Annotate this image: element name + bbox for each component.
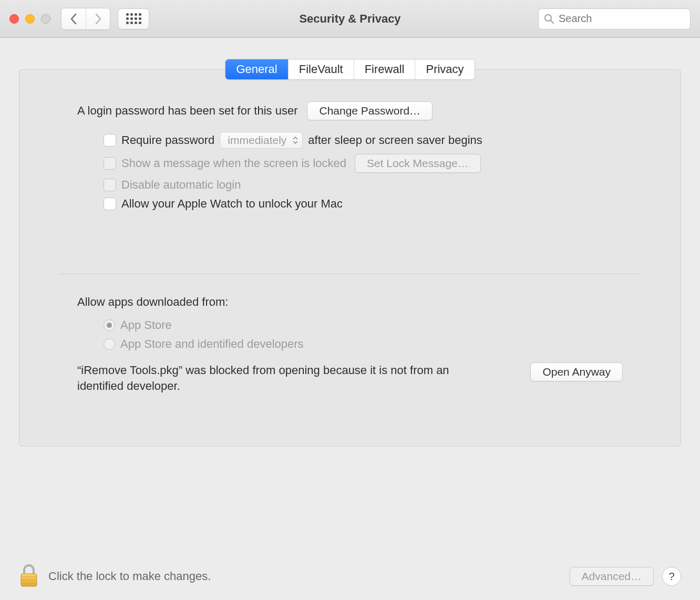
set-lock-message-button: Set Lock Message… bbox=[355, 154, 481, 173]
help-button[interactable]: ? bbox=[662, 567, 681, 586]
search-field-wrap[interactable] bbox=[538, 8, 691, 29]
window-title: Security & Privacy bbox=[299, 12, 400, 26]
show-all-prefs-button[interactable] bbox=[118, 8, 149, 29]
content: General FileVault Firewall Privacy A log… bbox=[0, 38, 700, 553]
traffic-lights bbox=[9, 14, 50, 24]
chevron-right-icon bbox=[95, 13, 102, 25]
svg-line-1 bbox=[551, 20, 553, 23]
fullscreen-window-button[interactable] bbox=[41, 14, 50, 24]
bottom-bar: Click the lock to make changes. Advanced… bbox=[0, 553, 700, 600]
advanced-button: Advanced… bbox=[570, 567, 654, 586]
login-password-label: A login password has been set for this u… bbox=[77, 104, 297, 118]
show-lock-message-checkbox bbox=[104, 157, 116, 170]
back-button[interactable] bbox=[61, 8, 86, 29]
show-lock-message-row: Show a message when the screen is locked… bbox=[104, 154, 623, 173]
disable-auto-login-checkbox bbox=[104, 179, 116, 191]
general-panel: A login password has been set for this u… bbox=[19, 69, 681, 447]
blocked-app-message: “iRemove Tools.pkg” was blocked from ope… bbox=[77, 363, 456, 394]
require-password-delay-select[interactable]: immediately bbox=[220, 132, 303, 149]
panel-divider bbox=[59, 274, 641, 274]
radio-app-store bbox=[104, 319, 115, 331]
tab-privacy[interactable]: Privacy bbox=[415, 59, 474, 79]
blocked-app-row: “iRemove Tools.pkg” was blocked from ope… bbox=[77, 363, 623, 394]
require-password-row: Require password immediately after sleep… bbox=[104, 132, 623, 149]
minimize-window-button[interactable] bbox=[25, 14, 35, 24]
apple-watch-unlock-label: Allow your Apple Watch to unlock your Ma… bbox=[121, 197, 343, 211]
disable-auto-login-label: Disable automatic login bbox=[121, 178, 241, 192]
apple-watch-unlock-row: Allow your Apple Watch to unlock your Ma… bbox=[104, 197, 623, 211]
radio-app-store-dev-row: App Store and identified developers bbox=[104, 337, 623, 351]
allow-apps-title: Allow apps downloaded from: bbox=[77, 295, 623, 309]
radio-app-store-and-dev bbox=[104, 338, 115, 350]
change-password-button[interactable]: Change Password… bbox=[307, 101, 433, 120]
require-password-checkbox[interactable] bbox=[104, 134, 116, 147]
require-password-label: Require password bbox=[121, 133, 214, 147]
lock-text: Click the lock to make changes. bbox=[48, 570, 211, 583]
radio-app-store-row: App Store bbox=[104, 318, 623, 332]
select-arrows-icon bbox=[293, 136, 298, 144]
grid-icon bbox=[126, 13, 141, 24]
tab-general[interactable]: General bbox=[225, 59, 287, 79]
window: Security & Privacy General FileVault Fir… bbox=[0, 0, 700, 600]
require-password-suffix: after sleep or screen saver begins bbox=[308, 133, 482, 147]
tab-filevault[interactable]: FileVault bbox=[288, 59, 354, 79]
nav-group bbox=[61, 8, 110, 30]
open-anyway-button[interactable]: Open Anyway bbox=[530, 363, 623, 381]
lock-icon[interactable] bbox=[19, 563, 39, 589]
show-lock-message-label: Show a message when the screen is locked bbox=[121, 157, 346, 170]
search-input[interactable] bbox=[559, 13, 685, 25]
forward-button[interactable] bbox=[86, 8, 110, 29]
disable-auto-login-row: Disable automatic login bbox=[104, 178, 623, 192]
titlebar: Security & Privacy bbox=[0, 0, 700, 38]
radio-app-store-and-dev-label: App Store and identified developers bbox=[120, 337, 304, 351]
close-window-button[interactable] bbox=[9, 14, 19, 24]
apple-watch-unlock-checkbox[interactable] bbox=[104, 198, 116, 210]
login-password-row: A login password has been set for this u… bbox=[77, 101, 623, 120]
radio-app-store-label: App Store bbox=[120, 318, 172, 332]
chevron-left-icon bbox=[70, 13, 77, 25]
svg-point-0 bbox=[545, 15, 551, 21]
tab-firewall[interactable]: Firewall bbox=[354, 59, 415, 79]
tabbar: General FileVault Firewall Privacy bbox=[225, 59, 475, 80]
require-password-delay-value: immediately bbox=[228, 134, 286, 147]
search-icon bbox=[544, 14, 554, 24]
